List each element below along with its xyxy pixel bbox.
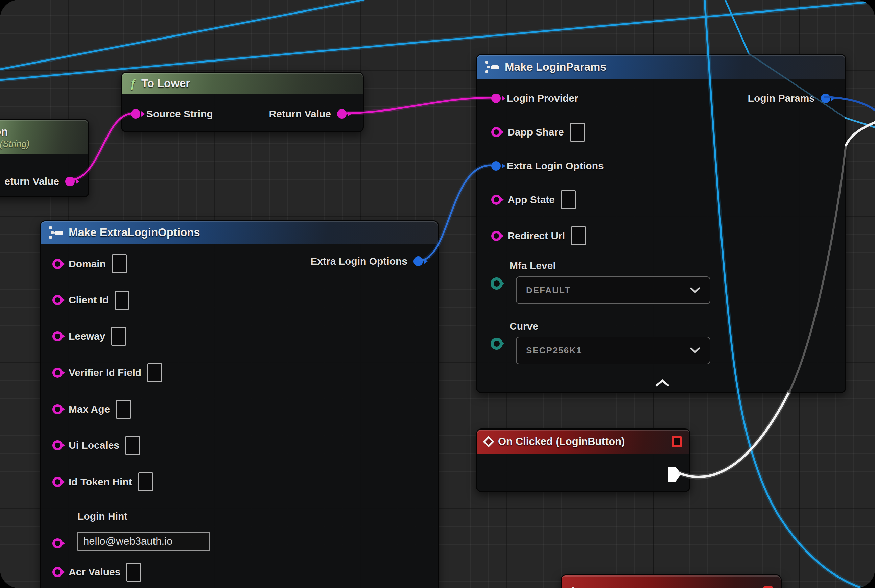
event-diamond-icon <box>483 436 494 447</box>
input-pin-mfa-level[interactable] <box>490 278 503 290</box>
pin-label-return-value: eturn Value <box>5 176 59 187</box>
input-pin-max-age[interactable] <box>53 404 63 414</box>
pin-label-return-value: Return Value <box>269 108 331 120</box>
blueprint-graph-canvas[interactable]: tion ox (String) eturn Value ƒ To Lower … <box>0 0 875 588</box>
value-box-max-age[interactable] <box>116 400 131 419</box>
input-pin-client-id[interactable] <box>53 295 63 305</box>
input-pin-extra-login-options[interactable] <box>491 161 501 171</box>
node-to-lower[interactable]: ƒ To Lower Source String Return Value <box>121 72 364 132</box>
pin-label-client-id: Client Id <box>69 294 108 306</box>
pin-label-id-token-hint: Id Token Hint <box>69 476 132 488</box>
wire-exec-white[interactable] <box>679 392 789 477</box>
pin-label-extra-login-options: Extra Login Options <box>507 160 604 172</box>
pin-label-login-hint: Login Hint <box>77 511 128 522</box>
input-pin-curve[interactable] <box>490 338 503 350</box>
pin-label-leeway: Leeway <box>69 330 105 342</box>
wire-blue-diagonal[interactable] <box>725 0 749 54</box>
value-box-verifier-id-field[interactable] <box>147 363 162 382</box>
input-pin-verifier-id-field[interactable] <box>53 368 63 378</box>
input-pin-dapp-share[interactable] <box>491 127 501 137</box>
pin-label-curve: Curve <box>510 321 538 332</box>
mfa-level-value: DEFAULT <box>526 285 571 296</box>
pin-label-verifier-id-field: Verifier Id Field <box>69 367 141 378</box>
curve-value: SECP256K1 <box>526 345 582 356</box>
input-pin-source-string[interactable] <box>131 109 140 118</box>
pin-label-extra-login-options-out: Extra Login Options <box>310 255 407 267</box>
value-box-leeway[interactable] <box>111 327 126 346</box>
wire-magenta-tolower-to-loginprovider[interactable] <box>343 98 491 113</box>
input-pin-domain[interactable] <box>53 259 63 269</box>
pin-label-mfa-level: Mfa Level <box>510 260 556 272</box>
screenshot-stage: tion ox (String) eturn Value ƒ To Lower … <box>0 0 875 588</box>
node-make-login-params[interactable]: Make LoginParams Login Params Login Prov… <box>476 54 846 393</box>
pin-label-redirect-url: Redirect Url <box>508 230 565 242</box>
wire-blue-diagonal[interactable] <box>846 118 875 128</box>
node-title: On Clicked (LogoutButton) <box>583 586 716 588</box>
node-title: Make ExtraLoginOptions <box>69 226 200 239</box>
node-on-clicked-logout-button[interactable]: On Clicked (LogoutButton) <box>561 574 782 588</box>
wire-magenta-tolower-to-loginprovider[interactable] <box>343 98 491 113</box>
node-title: Make LoginParams <box>505 60 607 74</box>
node-subtitle: ox (String) <box>0 139 30 149</box>
value-box-redirect-url[interactable] <box>571 226 586 245</box>
value-box-client-id[interactable] <box>114 291 129 309</box>
pin-label-app-state: App State <box>508 194 555 206</box>
pin-label-ui-locales: Ui Locales <box>69 440 119 451</box>
node-title: tion <box>0 125 8 138</box>
value-box-app-state[interactable] <box>561 190 576 209</box>
value-box-acr-values[interactable] <box>126 562 141 582</box>
output-pin-return-value[interactable] <box>337 109 347 118</box>
input-pin-acr-values[interactable] <box>53 567 63 577</box>
event-diamond-icon <box>567 586 579 588</box>
node-callback-partial[interactable]: tion ox (String) eturn Value <box>0 119 89 197</box>
input-pin-redirect-url[interactable] <box>491 231 501 241</box>
wire-blue-top-a[interactable] <box>0 0 363 69</box>
pin-label-max-age: Max Age <box>69 404 110 415</box>
value-box-ui-locales[interactable] <box>125 436 140 455</box>
input-pin-app-state[interactable] <box>491 195 501 205</box>
pin-label-login-params-out: Login Params <box>748 93 815 104</box>
input-pin-leeway[interactable] <box>53 331 63 341</box>
output-pin-return-value[interactable] <box>65 177 75 186</box>
node-title: To Lower <box>141 77 190 90</box>
input-pin-login-hint[interactable] <box>53 538 63 549</box>
pin-label-source-string: Source String <box>146 108 213 120</box>
curve-dropdown[interactable]: SECP256K1 <box>516 337 710 364</box>
pin-label-domain: Domain <box>69 258 106 270</box>
wire-exec-white[interactable] <box>846 122 875 145</box>
input-pin-login-provider[interactable] <box>491 94 501 103</box>
wire-exec-white[interactable] <box>679 392 789 477</box>
collapse-node-button[interactable] <box>652 378 672 388</box>
chevron-down-icon <box>690 287 700 293</box>
make-struct-icon <box>484 61 499 73</box>
chevron-down-icon <box>690 347 700 354</box>
output-pin-extra-login-options[interactable] <box>413 256 423 266</box>
value-box-domain[interactable] <box>112 255 127 273</box>
mfa-level-dropdown[interactable]: DEFAULT <box>516 276 710 304</box>
login-hint-input[interactable] <box>77 532 210 551</box>
node-title: On Clicked (LoginButton) <box>498 436 625 448</box>
make-struct-icon <box>48 226 63 238</box>
input-pin-ui-locales[interactable] <box>53 440 63 450</box>
node-on-clicked-login-button[interactable]: On Clicked (LoginButton) <box>476 429 690 492</box>
exec-output-pin[interactable] <box>668 466 681 482</box>
pin-label-acr-values: Acr Values <box>69 566 120 578</box>
pin-label-login-provider: Login Provider <box>507 93 579 104</box>
chevron-up-icon <box>655 379 669 387</box>
node-make-extra-login-options[interactable]: Make ExtraLoginOptions Extra Login Optio… <box>40 220 439 588</box>
pin-label-dapp-share: Dapp Share <box>508 126 564 138</box>
function-icon: ƒ <box>129 77 136 90</box>
value-box-id-token-hint[interactable] <box>138 472 153 491</box>
output-pin-login-params[interactable] <box>821 94 830 103</box>
wire-blue-top-a[interactable] <box>0 0 363 69</box>
input-pin-id-token-hint[interactable] <box>53 477 63 487</box>
value-box-dapp-share[interactable] <box>570 123 585 142</box>
delegate-pin-icon[interactable] <box>763 586 773 588</box>
delegate-pin-icon[interactable] <box>672 436 682 447</box>
